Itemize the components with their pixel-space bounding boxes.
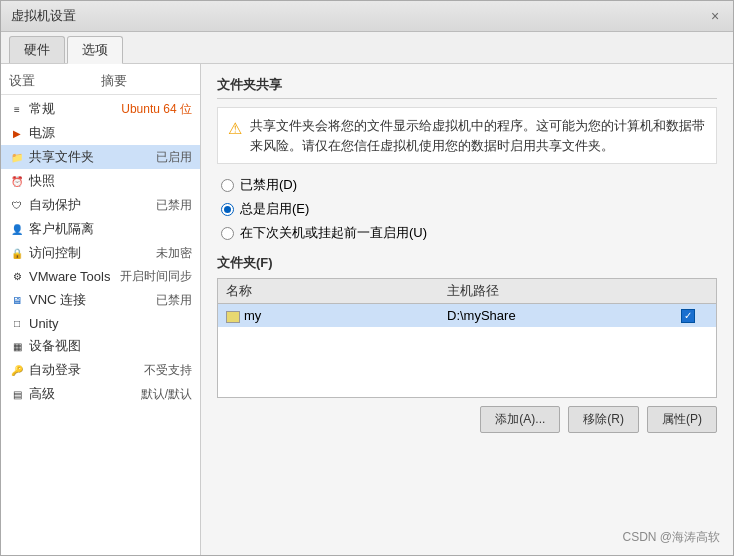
autologon-label: 自动登录 [29, 361, 140, 379]
warning-icon: ⚠ [228, 117, 242, 155]
vnc-summary: 已禁用 [156, 292, 192, 309]
auto_protect-label: 自动保护 [29, 196, 152, 214]
folder-table-header: 名称 主机路径 [218, 279, 716, 304]
radio-group: 已禁用(D)总是启用(E)在下次关机或挂起前一直启用(U) [217, 176, 717, 242]
tab-硬件[interactable]: 硬件 [9, 36, 65, 63]
setting-item-unity[interactable]: □Unity [1, 312, 200, 334]
vmware_tools-label: VMware Tools [29, 269, 116, 284]
setting-item-general[interactable]: ≡常规Ubuntu 64 位 [1, 97, 200, 121]
advanced-label: 高级 [29, 385, 137, 403]
radio-E[interactable]: 总是启用(E) [221, 200, 717, 218]
unity-label: Unity [29, 316, 192, 331]
general-icon: ≡ [9, 101, 25, 117]
setting-item-power[interactable]: ▶电源 [1, 121, 200, 145]
radio-circle-U [221, 227, 234, 240]
setting-item-access_control[interactable]: 🔒访问控制未加密 [1, 241, 200, 265]
autologon-summary: 不受支持 [144, 362, 192, 379]
window-title: 虚拟机设置 [11, 7, 76, 25]
access_control-summary: 未加密 [156, 245, 192, 262]
close-button[interactable]: × [707, 8, 723, 24]
shared_folder-label: 共享文件夹 [29, 148, 152, 166]
radio-label-E: 总是启用(E) [240, 200, 309, 218]
col-settings: 设置 [9, 72, 101, 90]
device_view-icon: ▦ [9, 338, 25, 354]
section-title: 文件夹共享 [217, 76, 717, 99]
warning-text: 共享文件夹会将您的文件显示给虚拟机中的程序。这可能为您的计算机和数据带来风险。请… [250, 116, 706, 155]
folder-buttons: 添加(A)...移除(R)属性(P) [217, 406, 717, 433]
setting-item-snapshot[interactable]: ⏰快照 [1, 169, 200, 193]
warning-box: ⚠ 共享文件夹会将您的文件显示给虚拟机中的程序。这可能为您的计算机和数据带来风险… [217, 107, 717, 164]
radio-D[interactable]: 已禁用(D) [221, 176, 717, 194]
tab-bar: 硬件选项 [1, 32, 733, 64]
col-name: 名称 [226, 282, 447, 300]
folder-row[interactable]: myD:\myShare [218, 304, 716, 327]
setting-item-vnc[interactable]: 🖥VNC 连接已禁用 [1, 288, 200, 312]
setting-item-autologon[interactable]: 🔑自动登录不受支持 [1, 358, 200, 382]
auto_protect-summary: 已禁用 [156, 197, 192, 214]
folder-checkbox[interactable] [681, 309, 695, 323]
guest_isolation-icon: 👤 [9, 221, 25, 237]
general-summary: Ubuntu 64 位 [121, 101, 192, 118]
folder-name: my [226, 308, 447, 323]
right-panel: 文件夹共享 ⚠ 共享文件夹会将您的文件显示给虚拟机中的程序。这可能为您的计算机和… [201, 64, 733, 555]
setting-item-device_view[interactable]: ▦设备视图 [1, 334, 200, 358]
device_view-label: 设备视图 [29, 337, 192, 355]
vmware_tools-summary: 开启时间同步 [120, 268, 192, 285]
power-icon: ▶ [9, 125, 25, 141]
folder-rows: myD:\myShare [218, 304, 716, 327]
advanced-icon: ▤ [9, 386, 25, 402]
setting-item-shared_folder[interactable]: 📁共享文件夹已启用 [1, 145, 200, 169]
radio-circle-E [221, 203, 234, 216]
folder-section-title: 文件夹(F) [217, 254, 717, 272]
shared_folder-summary: 已启用 [156, 149, 192, 166]
vnc-icon: 🖥 [9, 292, 25, 308]
tab-选项[interactable]: 选项 [67, 36, 123, 64]
left-header: 设置 摘要 [1, 68, 200, 95]
settings-list: ≡常规Ubuntu 64 位▶电源📁共享文件夹已启用⏰快照🛡自动保护已禁用👤客户… [1, 97, 200, 406]
radio-circle-D [221, 179, 234, 192]
folder-section: 文件夹(F) 名称 主机路径 myD:\myShare 添加(A)...移除(R… [217, 254, 717, 433]
power-label: 电源 [29, 124, 192, 142]
setting-item-guest_isolation[interactable]: 👤客户机隔离 [1, 217, 200, 241]
access_control-label: 访问控制 [29, 244, 152, 262]
folder-enabled[interactable] [668, 309, 708, 323]
col-path: 主机路径 [447, 282, 668, 300]
guest_isolation-label: 客户机隔离 [29, 220, 192, 238]
shared_folder-icon: 📁 [9, 149, 25, 165]
autologon-icon: 🔑 [9, 362, 25, 378]
auto_protect-icon: 🛡 [9, 197, 25, 213]
radio-U[interactable]: 在下次关机或挂起前一直启用(U) [221, 224, 717, 242]
col-summary: 摘要 [101, 72, 193, 90]
title-bar: 虚拟机设置 × [1, 1, 733, 32]
unity-icon: □ [9, 315, 25, 331]
btn-remove[interactable]: 移除(R) [568, 406, 639, 433]
watermark: CSDN @海涛高软 [622, 529, 720, 546]
vmware_tools-icon: ⚙ [9, 269, 25, 285]
access_control-icon: 🔒 [9, 245, 25, 261]
setting-item-advanced[interactable]: ▤高级默认/默认 [1, 382, 200, 406]
left-panel: 设置 摘要 ≡常规Ubuntu 64 位▶电源📁共享文件夹已启用⏰快照🛡自动保护… [1, 64, 201, 555]
btn-add[interactable]: 添加(A)... [480, 406, 560, 433]
advanced-summary: 默认/默认 [141, 386, 192, 403]
folder-path: D:\myShare [447, 308, 668, 323]
vnc-label: VNC 连接 [29, 291, 152, 309]
setting-item-vmware_tools[interactable]: ⚙VMware Tools开启时间同步 [1, 265, 200, 288]
main-content: 设置 摘要 ≡常规Ubuntu 64 位▶电源📁共享文件夹已启用⏰快照🛡自动保护… [1, 64, 733, 555]
main-window: 虚拟机设置 × 硬件选项 设置 摘要 ≡常规Ubuntu 64 位▶电源📁共享文… [0, 0, 734, 556]
setting-item-auto_protect[interactable]: 🛡自动保护已禁用 [1, 193, 200, 217]
radio-label-D: 已禁用(D) [240, 176, 297, 194]
snapshot-icon: ⏰ [9, 173, 25, 189]
general-label: 常规 [29, 100, 117, 118]
radio-label-U: 在下次关机或挂起前一直启用(U) [240, 224, 427, 242]
folder-table: 名称 主机路径 myD:\myShare [217, 278, 717, 398]
snapshot-label: 快照 [29, 172, 192, 190]
btn-props[interactable]: 属性(P) [647, 406, 717, 433]
